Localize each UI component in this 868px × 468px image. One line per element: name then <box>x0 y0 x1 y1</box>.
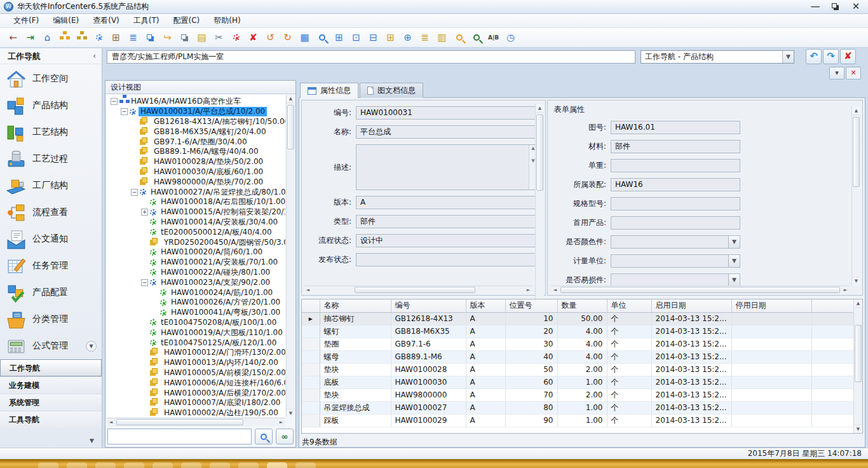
process-structure-button[interactable] <box>74 30 90 46</box>
tree-node[interactable]: −HAW16/A/HAW16D高空作业车 <box>108 97 285 107</box>
tree-search-button[interactable] <box>255 429 273 444</box>
table-row[interactable]: 踩板HAW0100029A901.00个2014-03-13 15:2... <box>302 414 857 427</box>
sidebar-item-workspace[interactable]: 工作空间 <box>0 65 102 92</box>
scrollbar-thumb[interactable] <box>287 105 294 149</box>
sidebar-item-task-manage[interactable]: 任务管理 <box>0 252 102 279</box>
column-header-2[interactable]: 编号 <box>391 299 466 312</box>
tree-node[interactable]: HAW0100005/A/前横梁/150/2.00 <box>108 368 285 378</box>
share-button[interactable]: ↪ <box>159 30 175 46</box>
package-add-button[interactable]: ⊞ <box>108 30 124 46</box>
scroll-down-icon[interactable]: ▼ <box>854 425 862 433</box>
spec-model-input[interactable] <box>611 197 740 210</box>
menu-item-edit[interactable]: 编辑(E) <box>47 14 85 27</box>
gear-remove-button[interactable] <box>228 30 244 46</box>
type-input[interactable]: 部件 <box>356 215 538 228</box>
scroll-up-icon[interactable]: ▲ <box>852 107 860 115</box>
tree-horizontal-scrollbar[interactable]: ◄ ► <box>107 418 285 426</box>
zoom-in-button[interactable]: ⊞ <box>331 30 347 46</box>
tree-node[interactable]: HAW0100018/A/右后围板/10/1.00 <box>108 197 285 207</box>
table-row[interactable]: 螺母GB889.1-M6A404.00个2014-03-13 15:2... <box>302 350 857 363</box>
column-header-7[interactable]: 启用日期 <box>651 299 731 312</box>
row-selector[interactable] <box>302 401 320 414</box>
table-row[interactable]: 垫圈GB97.1-6A304.00个2014-03-13 15:2... <box>302 338 857 350</box>
row-selector[interactable]: ▸ <box>302 312 320 325</box>
scrollbar-thumb[interactable] <box>355 287 475 293</box>
tree-vertical-scrollbar[interactable]: ▲ ▼ <box>286 95 295 417</box>
scroll-right-icon[interactable]: ► <box>841 286 850 294</box>
scrollbar-thumb[interactable] <box>560 287 840 293</box>
sidebar-item-product-structure[interactable]: 产品结构 <box>0 92 102 119</box>
sheet-form-scrollbar[interactable]: ▲ ▼ <box>851 107 860 285</box>
table-row[interactable]: 垫块HAW9800000A702.00个2014-03-13 15:2... <box>302 389 857 401</box>
chevron-down-icon[interactable]: ▼ <box>782 51 794 63</box>
tree-node[interactable]: HAW0100003/A/后横梁/170/2.00 <box>108 388 285 398</box>
tree-node[interactable]: HAW0100026/A/方管/20/1.00 <box>108 298 285 308</box>
is-wearing-part-input[interactable]: ▼ <box>611 273 740 287</box>
flow-status-input[interactable]: 设计中 <box>356 234 538 247</box>
tree-node[interactable]: tE02000500012/A/板/40/4.00 <box>108 227 285 237</box>
taskbar-button[interactable] <box>38 462 58 468</box>
tree-node[interactable]: HAW0100012/A/门滑环/130/2.00 <box>108 348 285 358</box>
taskbar-button[interactable] <box>181 462 201 468</box>
tree-node[interactable]: HAW0100041/A/弯板/30/1.00 <box>108 308 285 318</box>
sidebar-item-classify-manage[interactable]: 分类管理 <box>0 306 102 333</box>
sidebar-item-flow-view[interactable]: 流程查看 <box>0 199 102 226</box>
menu-item-help[interactable]: 帮助(H) <box>208 14 246 27</box>
tree-node[interactable]: HAW0100013/A/内环/140/2.00 <box>108 358 285 368</box>
tree-search-input[interactable] <box>107 429 252 444</box>
column-header-6[interactable]: 单位 <box>607 299 651 312</box>
taskbar-button[interactable] <box>124 462 144 468</box>
history-button[interactable]: ◷ <box>503 30 519 46</box>
tree-expander-icon[interactable]: + <box>141 209 148 216</box>
settings-gear-button[interactable] <box>91 30 107 46</box>
scrollbar-thumb[interactable] <box>536 114 543 191</box>
tree-node[interactable]: YRD0250200450/A/圆钢管/50/3.00 <box>108 237 285 247</box>
tree-node[interactable]: HAW0100021/A/安装板/70/1.00 <box>108 258 285 268</box>
tree-node[interactable]: HAW0100006/A/短连接杆/160/6.00 <box>108 378 285 388</box>
tree-list-button[interactable]: ≣ <box>417 30 433 46</box>
chevron-down-icon[interactable]: ▼ <box>728 236 740 248</box>
navigation-selector[interactable]: 工作导航 - 产品结构 ▼ <box>641 50 794 64</box>
tree-node[interactable]: GB889.1-M6/A/螺母/40/4.00 <box>108 147 285 157</box>
nav-close-button[interactable]: ✘ <box>840 49 856 64</box>
chevron-down-icon[interactable]: ▼ <box>728 274 740 286</box>
tree-node[interactable]: GB818-M6X35/A/螺钉/20/4.00 <box>108 127 285 137</box>
list-button[interactable]: ≣ <box>125 30 141 46</box>
name-input[interactable]: 平台总成 <box>356 125 538 139</box>
unit-weight-input[interactable] <box>611 159 740 172</box>
tree-node[interactable]: HAW0100024/A/筋/10/1.00 <box>108 287 285 298</box>
drawing-no-input[interactable]: HAW16.01 <box>611 121 740 134</box>
code-input[interactable]: HAW0100031 <box>356 106 538 120</box>
sidebar-tab-工作导航[interactable]: 工作导航 <box>0 359 102 376</box>
tree-node[interactable]: +HAW0100015/A/控制箱安装架/20/1.00 <box>108 207 285 217</box>
sidebar-scroll-down-button[interactable]: ▼ <box>86 341 97 352</box>
menu-item-view[interactable]: 查看(V) <box>87 14 125 27</box>
column-header-1[interactable]: 名称 <box>320 299 391 312</box>
column-header-0[interactable] <box>302 299 320 312</box>
properties-form-hscrollbar[interactable]: ◄ ► <box>304 286 532 294</box>
scrollbar-thumb[interactable] <box>116 419 243 425</box>
tree-node[interactable]: HAW0100007/A/底梁Ⅰ/180/2.00 <box>108 398 285 408</box>
scroll-right-icon[interactable]: ► <box>277 418 285 427</box>
zoom-fit-button[interactable]: ⊡ <box>348 30 364 46</box>
taskbar-button[interactable] <box>267 462 287 468</box>
tree-node[interactable]: HAW0100002/A/边柱/190/5.00 <box>108 408 285 417</box>
menu-item-tools[interactable]: 工具(T) <box>128 14 165 27</box>
paste-button[interactable]: ▤ <box>194 30 210 46</box>
scrollbar-thumb[interactable] <box>855 325 862 382</box>
table-row[interactable]: ▸抽芯铆钉GB12618-4X13A1050.00个2014-03-13 15:… <box>302 312 857 325</box>
scroll-right-icon[interactable]: ► <box>524 286 532 294</box>
sidebar-tab-工具导航[interactable]: 工具导航 <box>0 411 102 428</box>
row-selector[interactable] <box>302 414 320 427</box>
sidebar-item-factory-structure[interactable]: 工厂结构 <box>0 172 102 199</box>
scrollbar-thumb[interactable] <box>853 117 860 187</box>
cut-button[interactable]: ✂ <box>211 30 227 46</box>
panel-close-button[interactable]: ✕ <box>846 67 861 79</box>
sidebar-item-craft-process[interactable]: 工艺过程 <box>0 146 102 172</box>
sidebar-more-icon[interactable]: ▼ <box>90 437 94 444</box>
tree-expander-icon[interactable]: − <box>131 189 138 196</box>
scroll-left-icon[interactable]: ◄ <box>107 418 115 427</box>
sidebar-item-product-config[interactable]: 产品配置 <box>0 279 102 306</box>
collapse-button[interactable]: ⊟ <box>365 30 381 46</box>
row-selector[interactable] <box>302 376 320 389</box>
